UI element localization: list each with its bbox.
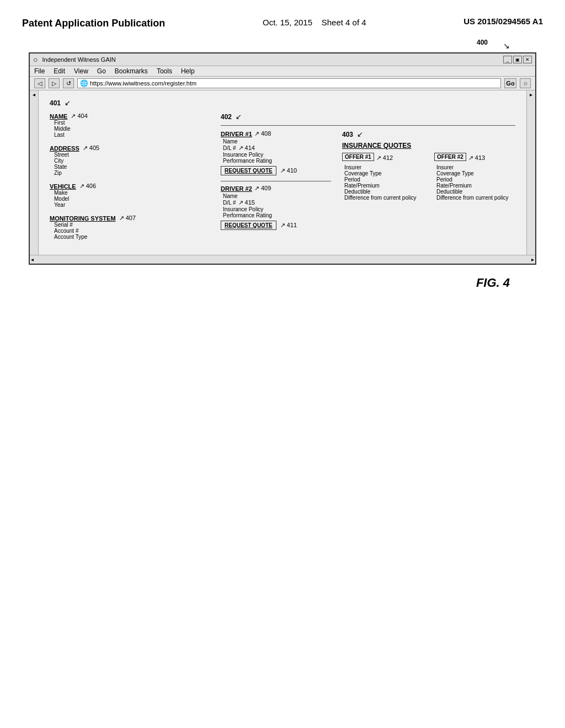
name-first: First xyxy=(54,120,204,126)
menu-help[interactable]: Help xyxy=(181,67,195,75)
browser-title: Independent Witness GAIN xyxy=(42,56,115,63)
o2-insurer: Insurer xyxy=(436,164,515,170)
content-area: ◂ 401 ↙ NA xyxy=(30,90,535,264)
address-section: ADDRESS ↗ 405 Street City State Zip xyxy=(50,144,204,176)
o2-difference: Difference from current policy xyxy=(436,195,515,201)
offer2-block: OFFER #2 ↗ 413 Insurer Coverage Type Per… xyxy=(434,153,515,201)
offer2-header: OFFER #2 xyxy=(434,153,466,161)
address-state: State xyxy=(54,164,204,170)
scroll-left-arrow: ◂ xyxy=(33,92,35,98)
d2-insurance: Insurance Policy xyxy=(223,206,331,212)
arrow-402: ↙ xyxy=(236,113,242,121)
ref-402: 402 xyxy=(221,113,232,121)
ref-414: ↗ 414 xyxy=(238,144,255,152)
ref-412: ↗ 412 xyxy=(376,154,393,162)
main-content: 400 ↘ ○ Independent Witness GAIN _ ▣ ✕ F… xyxy=(0,36,565,301)
menu-file[interactable]: File xyxy=(34,67,45,75)
vehicle-label: VEHICLE xyxy=(50,183,76,190)
vehicle-make: Make xyxy=(54,190,204,196)
d1-performance: Performance Rating xyxy=(223,158,331,164)
menu-go[interactable]: Go xyxy=(97,67,106,75)
arrow-400: ↘ xyxy=(503,41,510,50)
browser-logo-icon: ○ xyxy=(33,55,38,64)
back-button[interactable]: ◁ xyxy=(34,78,45,88)
d2-dl: D/L # xyxy=(223,200,236,206)
d1-request-quote-btn[interactable]: REQUEST QUOTE xyxy=(221,166,276,175)
offer1-block: OFFER #1 ↗ 412 Insurer Coverage Type Per… xyxy=(342,153,423,201)
scroll-bottom-right[interactable]: ▸ xyxy=(531,256,534,263)
forward-button[interactable]: ▷ xyxy=(49,78,60,88)
form-right-col: 402 ↙ xyxy=(221,113,515,247)
minimize-icon[interactable]: _ xyxy=(503,56,512,63)
bookmarks-icon[interactable]: ☆ xyxy=(520,78,531,88)
browser-titlebar: ○ Independent Witness GAIN _ ▣ ✕ xyxy=(30,53,535,66)
d2-request-btn-area: REQUEST QUOTE ↗ 411 xyxy=(221,221,331,230)
ref-408: ↗ 408 xyxy=(254,130,271,137)
ref-401-area: 401 ↙ xyxy=(50,99,515,107)
ref-411: ↗ 411 xyxy=(280,222,297,228)
drivers-insurance-row: DRIVER #1 ↗ 408 Name D/L # ↗ 414 xyxy=(221,130,515,235)
menu-tools[interactable]: Tools xyxy=(157,67,172,75)
right-scroll: ▸ xyxy=(526,90,535,255)
browser-toolbar: ◁ ▷ ↺ 🌐 https://www.iwiwitness.com/regis… xyxy=(30,77,535,90)
o2-deductible: Deductible xyxy=(436,189,515,195)
drivers-col: DRIVER #1 ↗ 408 Name D/L # ↗ 414 xyxy=(221,130,331,235)
name-last: Last xyxy=(54,132,204,138)
address-zip: Zip xyxy=(54,170,204,176)
offers-row: OFFER #1 ↗ 412 Insurer Coverage Type Per… xyxy=(342,153,515,201)
reload-button[interactable]: ↺ xyxy=(63,78,74,88)
driver-divider xyxy=(221,181,331,181)
menu-edit[interactable]: Edit xyxy=(54,67,65,75)
arrow-403: ↙ xyxy=(357,130,363,138)
monitoring-label: MONITORING SYSTEM xyxy=(50,215,116,222)
form-outer: NAME ↗ 404 First Middle Last ADDRESS xyxy=(50,113,515,247)
arrow-401: ↙ xyxy=(65,99,71,107)
insurance-title: INSURANCE QUOTES xyxy=(342,142,515,149)
vehicle-year: Year xyxy=(54,202,204,208)
driver1-block: DRIVER #1 ↗ 408 Name D/L # ↗ 414 xyxy=(221,130,331,175)
monitoring-account: Account # xyxy=(54,228,204,234)
address-bar[interactable]: 🌐 https://www.iwiwitness.com/register.ht… xyxy=(77,78,501,88)
patent-date-sheet: Oct. 15, 2015 Sheet 4 of 4 xyxy=(263,17,366,29)
go-button[interactable]: Go xyxy=(504,78,516,88)
monitoring-section: MONITORING SYSTEM ↗ 407 Serial # Account… xyxy=(50,215,204,240)
name-middle: Middle xyxy=(54,126,204,132)
o1-difference: Difference from current policy xyxy=(344,195,423,201)
d2-name: Name xyxy=(223,193,331,199)
d2-request-quote-btn[interactable]: REQUEST QUOTE xyxy=(221,221,276,230)
ref-413: ↗ 413 xyxy=(468,154,485,162)
driver2-block: DRIVER #2 ↗ 409 Name D/L # ↗ 415 xyxy=(221,185,331,230)
d1-name: Name xyxy=(223,138,331,144)
o2-rate: Rate/Premium xyxy=(436,183,515,189)
url-text: https://www.iwiwitness.com/register.htm xyxy=(90,80,196,87)
o1-insurer: Insurer xyxy=(344,164,423,170)
ref-402-area: 402 ↙ xyxy=(221,113,515,121)
name-label: NAME xyxy=(50,113,67,120)
fig-label: FIG. 4 xyxy=(476,276,510,290)
titlebar-left: ○ Independent Witness GAIN xyxy=(33,55,116,64)
ref-400-label: 400 xyxy=(477,39,488,46)
menu-bookmarks[interactable]: Bookmarks xyxy=(115,67,148,75)
d1-insurance: Insurance Policy xyxy=(223,152,331,158)
monitoring-serial: Serial # xyxy=(54,222,204,228)
left-scroll: ◂ xyxy=(30,90,39,255)
ref-404: ↗ 404 xyxy=(71,113,87,120)
insurance-col: 403 ↙ INSURANCE QUOTES OFFER #1 xyxy=(342,130,515,235)
fig-label-area: FIG. 4 xyxy=(22,276,510,290)
close-icon[interactable]: ✕ xyxy=(523,56,532,63)
form-left-col: NAME ↗ 404 First Middle Last ADDRESS xyxy=(50,113,204,247)
bottom-scroll: ◂ ▸ xyxy=(30,255,535,264)
scroll-right-arrow: ▸ xyxy=(530,92,532,98)
ref-403-area: 403 ↙ xyxy=(342,130,515,138)
page-header: Patent Application Publication Oct. 15, … xyxy=(0,0,565,36)
titlebar-icons: _ ▣ ✕ xyxy=(503,56,532,63)
d2-performance: Performance Rating xyxy=(223,212,331,218)
restore-icon[interactable]: ▣ xyxy=(513,56,522,63)
patent-title: Patent Application Publication xyxy=(22,17,165,30)
scroll-bottom-left[interactable]: ◂ xyxy=(31,256,34,263)
o1-coverage: Coverage Type xyxy=(344,170,423,176)
address-city: City xyxy=(54,158,204,164)
driver1-label: DRIVER #1 xyxy=(221,131,252,137)
menu-view[interactable]: View xyxy=(74,67,88,75)
monitoring-type: Account Type xyxy=(54,234,204,240)
